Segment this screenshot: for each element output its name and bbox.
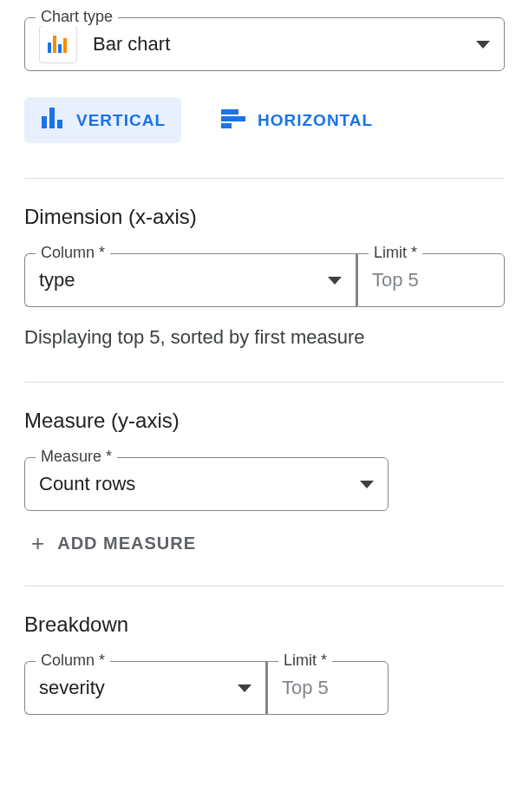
orientation-horizontal-tab[interactable]: HORIZONTAL [206,97,389,143]
svg-rect-9 [221,123,232,128]
orientation-vertical-label: VERTICAL [76,111,166,130]
svg-rect-4 [42,116,47,128]
breakdown-limit-input[interactable]: Limit * Top 5 [267,661,389,715]
horizontal-bars-icon [221,108,245,133]
divider [24,382,505,383]
bar-chart-icon [39,25,77,63]
divider [24,586,505,586]
svg-rect-8 [221,116,245,121]
vertical-bars-icon [40,108,64,133]
chevron-down-icon [238,684,251,692]
dimension-limit-input[interactable]: Limit * Top 5 [357,253,505,307]
chevron-down-icon [360,481,374,488]
add-measure-label: ADD MEASURE [57,534,196,553]
chevron-down-icon [476,41,490,49]
chart-type-select[interactable]: Chart type Bar chart [24,17,505,71]
svg-rect-3 [63,38,67,53]
orientation-horizontal-label: HORIZONTAL [258,111,373,130]
svg-rect-7 [221,109,238,115]
add-measure-button[interactable]: + ADD MEASURE [31,532,196,554]
chart-type-legend: Chart type [36,8,118,26]
chevron-down-icon [328,277,342,285]
chart-type-value: Bar chart [93,33,476,56]
svg-rect-5 [49,108,55,128]
svg-rect-6 [57,120,62,128]
dimension-info-text: Displaying top 5, sorted by first measur… [24,326,505,349]
breakdown-column-select[interactable]: Column * severity [24,661,265,715]
svg-rect-2 [58,44,62,53]
svg-rect-0 [48,43,51,53]
svg-rect-1 [53,36,56,53]
plus-icon: + [31,532,45,554]
measure-select[interactable]: Measure * Count rows [24,457,389,511]
dimension-column-select[interactable]: Column * type [24,253,356,307]
dimension-column-legend: Column * [36,244,110,262]
divider [24,178,505,179]
dimension-column-value: type [39,269,328,291]
dimension-section-title: Dimension (x-axis) [24,205,505,229]
breakdown-column-value: severity [39,677,238,699]
measure-value: Count rows [39,473,360,495]
measure-section-title: Measure (y-axis) [24,409,505,433]
breakdown-column-legend: Column * [36,652,110,670]
measure-legend: Measure * [36,448,117,466]
breakdown-limit-legend: Limit * [278,652,332,670]
breakdown-section-title: Breakdown [24,612,505,637]
dimension-limit-value: Top 5 [372,269,490,291]
dimension-limit-legend: Limit * [369,244,422,262]
orientation-vertical-tab[interactable]: VERTICAL [24,97,181,143]
breakdown-limit-value: Top 5 [282,677,374,699]
